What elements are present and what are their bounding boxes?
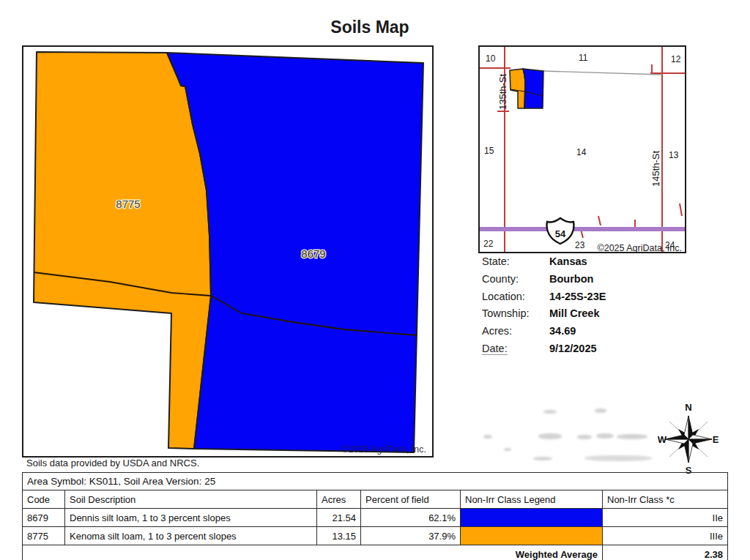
legend-swatch-blue [461, 509, 603, 527]
locator-copyright: ©2025 AgriData, Inc. [597, 243, 682, 253]
compass-rose-icon: N S E W [658, 401, 719, 474]
cell-percent: 62.1% [361, 509, 461, 527]
info-label: County: [482, 273, 519, 285]
weighted-average-value: 2.38 [603, 545, 728, 560]
soils-credit-text: Soils data provided by USDA and NRCS. [26, 458, 199, 468]
info-value: Kansas [549, 255, 587, 267]
info-label: Location: [482, 291, 525, 302]
us-54-number: 54 [555, 228, 566, 239]
main-soil-map: 8775 8679 ©2025 AgriData, Inc. [22, 45, 434, 458]
main-map-copyright: ©2025 AgriData, Inc. [341, 444, 426, 455]
cell-description: Dennis silt loam, 1 to 3 percent slopes [65, 509, 317, 527]
table-row: 8775 Kenoma silt loam, 1 to 3 percent sl… [23, 527, 728, 545]
soils-map-report: Soils Map 8775 8679 ©2025 AgriData, Inc. [0, 0, 750, 560]
weighted-average-row: Weighted Average 2.38 [23, 545, 728, 560]
info-label: State: [482, 255, 510, 267]
area-symbol-row: Area Symbol: KS011, Soil Area Version: 2… [23, 473, 728, 490]
road-label-145th-st: 145th-St [650, 150, 661, 187]
smudge [577, 435, 592, 439]
cell-code: 8679 [23, 509, 65, 527]
col-header-code: Code [23, 490, 65, 509]
smudge [538, 433, 562, 439]
soil-label-8775: 8775 [116, 198, 140, 210]
smudge [584, 455, 652, 461]
info-label: Township: [482, 307, 529, 319]
section-23: 23 [575, 240, 585, 250]
table-row: 8679 Dennis silt loam, 1 to 3 percent sl… [23, 509, 728, 527]
info-row-township: Township: Mill Creek [482, 307, 702, 324]
col-header-legend: Non-Irr Class Legend [461, 490, 603, 509]
cell-code: 8775 [23, 527, 65, 545]
col-header-acres: Acres [317, 490, 361, 509]
info-label: Acres: [482, 325, 512, 337]
section-12: 12 [671, 54, 681, 64]
cell-description: Kenoma silt loam, 1 to 3 percent slopes [65, 527, 317, 545]
info-value: Mill Creek [549, 307, 600, 319]
page-title: Soils Map [0, 18, 740, 37]
info-value: 34.69 [549, 325, 576, 337]
smudge [617, 434, 647, 439]
locator-map: 10 11 12 15 14 13 22 23 24 135th-St 145t… [478, 45, 686, 253]
cell-class: IIe [603, 509, 728, 527]
cell-class: IIIe [603, 527, 728, 545]
smudge [504, 448, 511, 451]
smudge [483, 435, 492, 438]
info-row-acres: Acres: 34.69 [482, 325, 702, 341]
section-11: 11 [579, 53, 588, 63]
info-value: 9/12/2025 [549, 343, 597, 354]
soil-label-8679: 8679 [301, 247, 325, 260]
col-header-percent: Percent of field [361, 490, 461, 509]
smudge [596, 433, 614, 438]
compass-n: N [685, 402, 691, 413]
info-row-location: Location: 14-25S-23E [482, 291, 702, 307]
road-label-135th-st: 135th-St [497, 73, 508, 110]
info-row-state: State: Kansas [482, 255, 702, 272]
compass-w: W [658, 434, 667, 445]
smudge [543, 410, 557, 414]
table-header-row: Code Soil Description Acres Percent of f… [23, 490, 728, 509]
smudge [533, 457, 552, 460]
info-row-date: Date: 9/12/2025 [482, 343, 702, 359]
info-row-county: County: Bourbon [482, 273, 702, 289]
smudge [595, 408, 606, 413]
section-10: 10 [486, 53, 496, 64]
soils-table: Area Symbol: KS011, Soil Area Version: 2… [22, 472, 728, 560]
section-13: 13 [669, 150, 679, 160]
cell-acres: 21.54 [317, 509, 361, 527]
weighted-average-label: Weighted Average [23, 545, 603, 560]
area-symbol-text: Area Symbol: KS011, Soil Area Version: 2… [23, 473, 728, 490]
info-value: Bourbon [549, 273, 593, 285]
section-15: 15 [484, 146, 494, 156]
compass-e: E [713, 434, 719, 445]
cell-percent: 37.9% [361, 527, 461, 545]
info-value: 14-25S-23E [549, 291, 606, 302]
cell-acres: 13.15 [317, 527, 361, 545]
info-label: Date: [482, 343, 508, 355]
col-header-class: Non-Irr Class *c [603, 490, 728, 509]
section-14: 14 [576, 147, 587, 157]
col-header-description: Soil Description [65, 490, 317, 509]
legend-swatch-orange [461, 527, 603, 545]
mini-field-blue [523, 69, 543, 108]
section-22: 22 [483, 239, 494, 249]
